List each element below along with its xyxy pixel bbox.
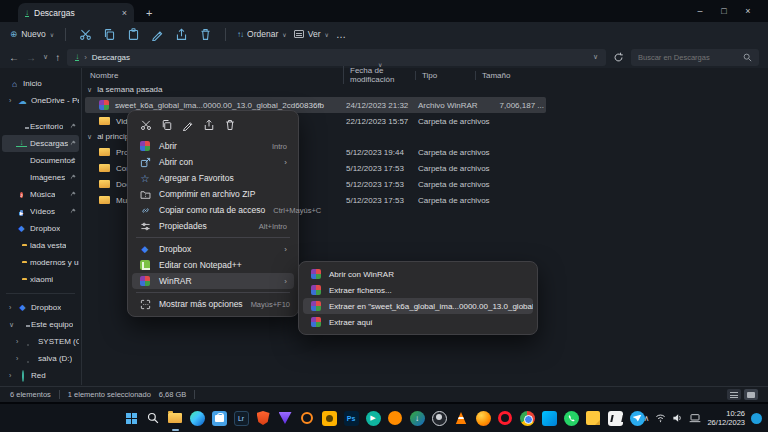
menu-item-mostrar-mas[interactable]: Mostrar más opciones Mayús+F10 [132, 296, 294, 312]
taskbar-clock[interactable]: 10:26 26/12/2023 [707, 409, 745, 428]
taskbar-opera-button[interactable] [496, 409, 515, 428]
chevron-right-icon[interactable]: › [9, 304, 14, 311]
cut-button[interactable] [77, 26, 94, 43]
column-header-nombre[interactable]: Nombre [90, 71, 343, 80]
taskbar-bluestacks-button[interactable] [540, 409, 559, 428]
chevron-right-icon[interactable]: › [16, 338, 21, 345]
chevron-right-icon[interactable]: › [9, 372, 14, 379]
more-options-button[interactable]: … [336, 29, 347, 40]
column-header-tamano[interactable]: Tamaño [475, 71, 545, 80]
taskbar-capcut-button[interactable] [606, 409, 625, 428]
taskbar-sticky-notes-button[interactable] [584, 409, 603, 428]
maximize-button[interactable]: □ [712, 6, 736, 16]
sidebar-item-modernos[interactable]: modernos y univers [2, 254, 79, 271]
search-box[interactable] [631, 49, 759, 66]
chevron-right-icon[interactable]: › [9, 97, 14, 104]
sidebar-item-dropbox[interactable]: › ◆ Dropbox [2, 299, 79, 316]
sidebar-item-red[interactable]: › Red [2, 367, 79, 384]
taskbar-screen-recorder-button[interactable] [320, 409, 339, 428]
share-button[interactable] [173, 26, 190, 43]
column-header-fecha[interactable]: ∨Fecha de modificación [343, 66, 415, 84]
taskbar-edge-button[interactable] [188, 409, 207, 428]
taskbar-idm-button[interactable]: ↓ [408, 409, 427, 428]
recent-locations-button[interactable]: ∨ [43, 53, 48, 61]
sidebar-item-descargas[interactable]: ↓ Descargas [2, 135, 79, 152]
sidebar-item-inicio[interactable]: ⌂ Inicio [2, 75, 79, 92]
submenu-item-extraer-ficheros[interactable]: Extraer ficheros... [303, 282, 533, 298]
taskbar-green-share-button[interactable]: ▶ [364, 409, 383, 428]
submenu-item-abrir-con-winrar[interactable]: Abrir con WinRAR [303, 266, 533, 282]
forward-button[interactable]: → [26, 52, 36, 63]
notification-badge[interactable] [751, 413, 762, 424]
sidebar-item-xiaomi[interactable]: xiaomi [2, 271, 79, 288]
submenu-item-extraer-en[interactable]: Extraer en "sweet_k6a_global_ima...0000.… [303, 298, 533, 314]
menu-item-abrir-con[interactable]: Abrir con › [132, 154, 294, 170]
taskbar-lightroom-button[interactable]: Lr [232, 409, 251, 428]
address-field[interactable]: ↓ › Descargas ∨ [67, 49, 606, 66]
sidebar-item-este-equipo[interactable]: ∨ Este equipo [2, 316, 79, 333]
taskbar-explorer-button[interactable] [166, 409, 185, 428]
taskbar-orange-dot-button[interactable] [386, 409, 405, 428]
large-icons-view-button[interactable] [744, 389, 758, 400]
paste-button[interactable] [125, 26, 142, 43]
column-header-tipo[interactable]: Tipo [415, 71, 475, 80]
taskbar-vlc-button[interactable] [452, 409, 471, 428]
view-button[interactable]: Ver ∨ [294, 29, 329, 39]
refresh-button[interactable] [613, 52, 624, 63]
new-button[interactable]: ⊕ Nuevo ∨ [10, 29, 54, 39]
share-button[interactable] [203, 119, 215, 131]
minimize-button[interactable]: – [688, 6, 712, 16]
tab-descargas[interactable]: ↓ Descargas × [18, 3, 134, 22]
menu-item-propiedades[interactable]: Propiedades Alt+Intro [132, 218, 294, 234]
delete-button[interactable] [224, 119, 236, 131]
menu-item-winrar[interactable]: WinRAR › [132, 273, 294, 289]
taskbar-purple-triangle-button[interactable] [276, 409, 295, 428]
back-button[interactable]: ← [9, 52, 19, 63]
rename-button[interactable] [182, 119, 194, 131]
taskbar-obs-button[interactable] [430, 409, 449, 428]
taskbar-whatsapp-button[interactable] [562, 409, 581, 428]
sidebar-item-dropbox-pinned[interactable]: ◆ Dropbox [2, 220, 79, 237]
submenu-item-extraer-aqui[interactable]: Extraer aquí [303, 314, 533, 330]
menu-item-notepadpp[interactable]: Editar con Notepad++ [132, 257, 294, 273]
rename-button[interactable] [149, 26, 166, 43]
menu-item-copiar-ruta[interactable]: Copiar como ruta de acceso Ctrl+Mayús+C [132, 202, 294, 218]
sidebar-item-salva-d[interactable]: › salva (D:) [2, 350, 79, 367]
taskbar-firefox-button[interactable] [474, 409, 493, 428]
menu-item-dropbox[interactable]: ◆ Dropbox › [132, 241, 294, 257]
sidebar-item-escritorio[interactable]: Escritorio [2, 118, 79, 135]
taskbar-store-button[interactable] [210, 409, 229, 428]
tab-close-icon[interactable]: × [122, 8, 127, 18]
details-view-button[interactable] [727, 389, 741, 400]
breadcrumb[interactable]: Descargas [92, 53, 130, 62]
new-tab-button[interactable]: + [146, 7, 152, 19]
cut-button[interactable] [140, 119, 152, 131]
sidebar-item-documentos[interactable]: Documentos [2, 152, 79, 169]
taskbar-brave-button[interactable] [254, 409, 273, 428]
address-dropdown-icon[interactable]: ∨ [593, 53, 598, 61]
chevron-right-icon[interactable]: › [16, 355, 21, 362]
close-button[interactable]: × [736, 6, 760, 16]
volume-icon[interactable] [672, 413, 683, 423]
taskbar-orange-ring-button[interactable] [298, 409, 317, 428]
search-input[interactable] [638, 53, 739, 62]
taskbar-photoshop-button[interactable]: Ps [342, 409, 361, 428]
delete-button[interactable] [197, 26, 214, 43]
sidebar-item-imagenes[interactable]: Imágenes [2, 169, 79, 186]
sidebar-item-musica[interactable]: ♪ Música [2, 186, 79, 203]
tray-expand-icon[interactable]: ∧ [644, 414, 650, 423]
battery-icon[interactable] [689, 413, 701, 423]
sidebar-item-videos[interactable]: ▶ Vídeos [2, 203, 79, 220]
wifi-icon[interactable] [655, 413, 666, 423]
menu-item-abrir[interactable]: Abrir Intro [132, 138, 294, 154]
sidebar-item-onedrive[interactable]: › ☁ OneDrive - Persona [2, 92, 79, 109]
group-header-semana-pasada[interactable]: ∨ la semana pasada [82, 82, 768, 97]
chevron-down-icon[interactable]: ∨ [9, 321, 14, 329]
up-button[interactable]: ↑ [55, 52, 60, 63]
taskbar-chrome-button[interactable] [518, 409, 537, 428]
menu-item-comprimir-zip[interactable]: Comprimir en archivo ZIP [132, 186, 294, 202]
sidebar-item-lada-vesta[interactable]: lada vesta [2, 237, 79, 254]
start-button[interactable] [122, 409, 141, 428]
taskbar-search-button[interactable] [144, 409, 163, 428]
sort-button[interactable]: ↑↓ Ordenar ∨ [237, 29, 287, 39]
